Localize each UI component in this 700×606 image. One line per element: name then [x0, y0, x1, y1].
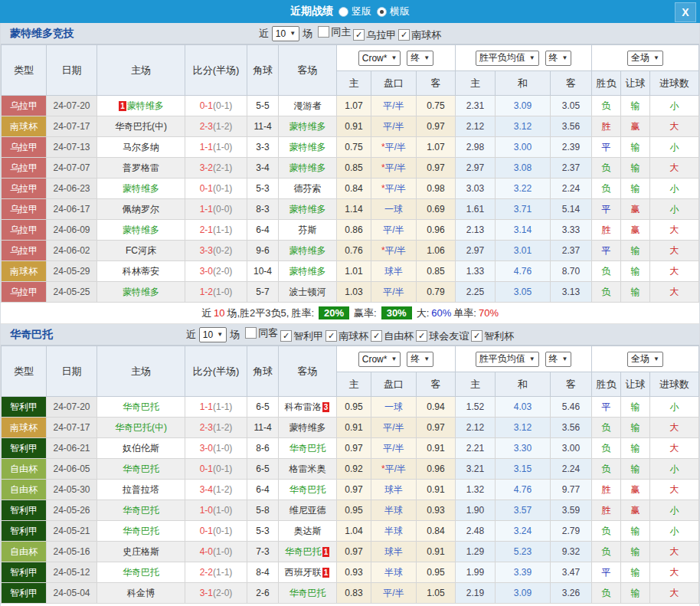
- checkbox-icon[interactable]: ✓: [371, 330, 382, 342]
- asia-home-odds: 0.97: [337, 480, 371, 500]
- team-name-text: 华奇巴托: [289, 484, 326, 495]
- home-team: 蒙特维多: [97, 220, 185, 241]
- handicap-result: 输: [621, 137, 650, 158]
- col-date: 日期: [47, 45, 97, 96]
- league-filter-checkbox[interactable]: ✓南球杯: [325, 329, 368, 343]
- euro-home-odds: 3.03: [456, 179, 496, 199]
- league-filter-checkbox[interactable]: ✓自由杯: [371, 329, 414, 343]
- euro-draw-odds: 4.76: [496, 480, 551, 500]
- league-filter-checkbox[interactable]: ✓球会友谊: [416, 329, 469, 343]
- asia-odds-controls: Crow* ▼ 终 ▼: [337, 45, 456, 71]
- match-row: 乌拉甲24-07-201蒙特维多0-1(0-1)5-5漫游者1.07平/半0.7…: [2, 96, 699, 116]
- score-cell: 0-1(0-1): [185, 96, 247, 116]
- asia-final-select[interactable]: 终 ▼: [407, 352, 433, 367]
- col-euro-away: 客: [551, 372, 592, 397]
- scope-select[interactable]: 全场 ▼: [627, 51, 663, 66]
- col-euro-draw: 和: [496, 372, 551, 397]
- handicap-result: 输: [621, 96, 650, 116]
- window-title: 近期战绩: [290, 5, 333, 18]
- away-team: 德芬索: [279, 179, 337, 199]
- match-date: 24-07-13: [47, 137, 97, 158]
- asia-source-select[interactable]: Crow* ▼: [358, 51, 401, 66]
- team-name-text: 蒙特维多: [289, 121, 326, 132]
- red-card-badge: 1: [119, 101, 126, 111]
- team-name-text: 华奇巴托: [123, 464, 159, 474]
- sections-container: 蒙特维多竞技 近 10 ▼ 场 同主✓乌拉甲✓南球杯 类型: [0, 23, 700, 606]
- radio-icon[interactable]: [377, 7, 387, 17]
- match-date: 24-07-17: [47, 418, 97, 438]
- checkbox-icon[interactable]: [318, 26, 329, 38]
- checkbox-icon[interactable]: ✓: [280, 330, 292, 342]
- euro-source-select[interactable]: 胜平负均值 ▼: [476, 352, 539, 367]
- match-count-value: 10: [276, 28, 286, 39]
- layout-radio-vertical[interactable]: 竖版: [339, 5, 371, 18]
- corner-cell: 5-3: [247, 179, 279, 199]
- red-card-badge: 1: [322, 547, 330, 557]
- asia-home-odds: 0.83: [337, 583, 371, 604]
- full-score: 2-3: [200, 422, 213, 433]
- radio-icon[interactable]: [339, 7, 348, 17]
- layout-radio-horizontal[interactable]: 横版: [377, 5, 410, 18]
- section-header: 蒙特维多竞技 近 10 ▼ 场 同主✓乌拉甲✓南球杯: [1, 23, 699, 44]
- asia-home-odds: 1.07: [337, 96, 371, 116]
- goals-result: 小: [650, 459, 699, 480]
- close-button[interactable]: X: [675, 2, 696, 22]
- euro-away-odds: 9.32: [551, 542, 592, 562]
- league-filter-checkbox[interactable]: ✓乌拉甲: [353, 28, 396, 42]
- corner-cell: 5-5: [247, 96, 279, 116]
- euro-final-select[interactable]: 终 ▼: [545, 352, 572, 367]
- match-count-select[interactable]: 10 ▼: [199, 327, 227, 342]
- half-score: (1-0): [213, 443, 232, 454]
- match-date: 24-07-17: [47, 116, 97, 137]
- checkbox-icon[interactable]: ✓: [325, 330, 337, 342]
- team-name-text: 华奇巴托: [123, 526, 159, 536]
- euro-draw-odds: 3.71: [496, 199, 551, 220]
- away-team: 蒙特维多: [279, 158, 337, 179]
- goals-result: 大: [650, 241, 699, 261]
- checkbox-icon[interactable]: [245, 327, 257, 339]
- league-filter-checkbox[interactable]: 同客: [245, 326, 278, 340]
- asia-handicap-line: 平/半: [371, 116, 417, 137]
- asia-home-odds: 0.95: [337, 397, 371, 418]
- chevron-down-icon: ▼: [653, 54, 659, 61]
- scope-value: 全场: [631, 51, 649, 64]
- euro-final-select[interactable]: 终 ▼: [545, 51, 572, 66]
- asia-handicap-line: 球半: [371, 480, 417, 500]
- checkbox-icon[interactable]: ✓: [398, 29, 410, 41]
- euro-away-odds: 9.77: [551, 480, 592, 500]
- league-filter-checkbox[interactable]: 同主: [318, 25, 351, 39]
- asia-source-select[interactable]: Crow* ▼: [358, 352, 401, 367]
- checkbox-icon[interactable]: ✓: [416, 330, 427, 342]
- col-asia-line: 盘口: [371, 372, 417, 397]
- league-filter-checkbox[interactable]: ✓智利杯: [471, 329, 514, 343]
- match-date: 24-06-21: [47, 438, 97, 459]
- wdl-result: 平: [592, 397, 621, 418]
- match-row: 南球杯24-07-17华奇巴托(中)2-3(1-2)11-4蒙特维多0.91平/…: [2, 418, 699, 438]
- checkbox-icon[interactable]: ✓: [471, 330, 482, 342]
- league-filter-checkbox[interactable]: ✓南球杯: [398, 28, 441, 42]
- match-count-select[interactable]: 10 ▼: [272, 26, 299, 41]
- wdl-result: 负: [592, 583, 621, 604]
- euro-draw-odds: 3.57: [496, 500, 551, 521]
- asia-handicap-line: *平/半: [371, 241, 417, 261]
- euro-source-select[interactable]: 胜平负均值 ▼: [476, 51, 539, 66]
- euro-home-odds: 1.33: [456, 261, 496, 282]
- wdl-result: 负: [592, 438, 621, 459]
- home-team: 拉普拉塔: [97, 480, 185, 500]
- full-score: 3-4: [200, 484, 213, 495]
- euro-home-odds: 1.32: [456, 480, 496, 500]
- col-asia-home: 主: [337, 372, 371, 397]
- match-row: 智利甲24-06-21奴伯伦斯3-0(1-0)8-6华奇巴托0.97平/半0.9…: [2, 438, 699, 459]
- scope-select[interactable]: 全场 ▼: [627, 352, 663, 367]
- asia-final-select[interactable]: 终 ▼: [407, 51, 433, 66]
- checkbox-icon[interactable]: ✓: [353, 29, 365, 41]
- wdl-result: 平: [592, 241, 621, 261]
- euro-home-odds: 2.19: [456, 583, 496, 604]
- titlebar: 近期战绩 竖版 横版 X: [0, 0, 700, 23]
- home-team: 华奇巴托: [97, 521, 185, 542]
- half-score: (2-0): [213, 588, 232, 598]
- league-filter-checkbox[interactable]: ✓智利甲: [280, 329, 323, 343]
- full-score: 0-1: [200, 526, 213, 536]
- goals-result: 大: [650, 116, 699, 137]
- wdl-result: 负: [592, 521, 621, 542]
